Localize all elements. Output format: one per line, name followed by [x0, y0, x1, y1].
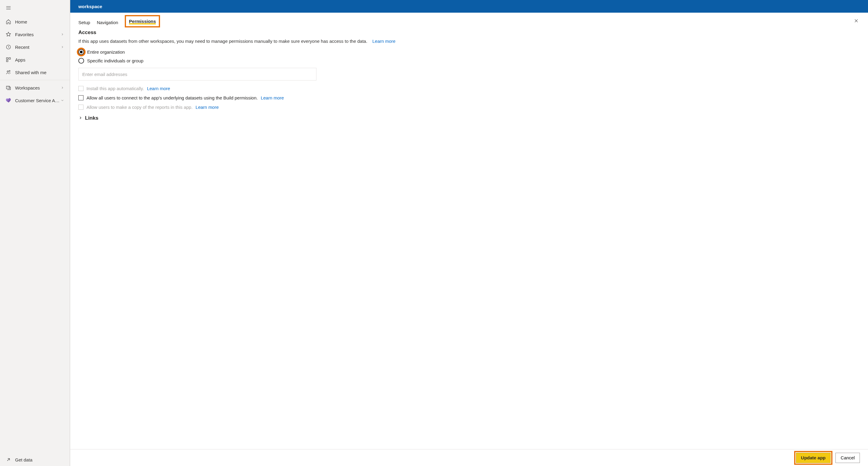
cancel-button[interactable]: Cancel	[835, 453, 860, 463]
sidebar-item-workspace-customer-service[interactable]: Customer Service A…	[0, 94, 70, 107]
svg-rect-3	[6, 60, 8, 62]
update-app-button[interactable]: Update app	[796, 453, 831, 463]
divider	[0, 80, 70, 80]
permissions-panel: Access If this app uses datasets from ot…	[70, 30, 868, 449]
access-title: Access	[79, 30, 860, 36]
sidebar-item-label: Home	[15, 19, 65, 24]
radio-dot-icon	[80, 51, 83, 53]
sidebar-item-favorites[interactable]: Favorites	[0, 28, 70, 41]
tab-navigation[interactable]: Navigation	[97, 16, 118, 27]
get-data-icon	[5, 457, 11, 463]
links-section-toggle[interactable]: Links	[79, 115, 860, 121]
build-learn-more-link[interactable]: Learn more	[261, 95, 284, 100]
checkbox-build-permission[interactable]	[79, 95, 84, 100]
checkbox-install-label: Install this app automatically.	[87, 86, 144, 91]
workspaces-icon	[5, 85, 11, 91]
sidebar-item-label: Favorites	[15, 32, 60, 37]
sidebar-item-label: Get data	[15, 457, 65, 462]
checkbox-install-automatically[interactable]	[79, 86, 84, 91]
star-icon	[5, 31, 11, 37]
tab-permissions[interactable]: Permissions	[125, 15, 160, 27]
apps-icon	[5, 57, 11, 63]
main: workspace Setup Navigation Permissions A…	[70, 0, 868, 466]
radio-entire-org[interactable]	[79, 49, 84, 55]
chevron-right-icon	[60, 32, 65, 37]
sidebar-item-apps[interactable]: Apps	[0, 53, 70, 66]
sidebar-nav-list: Home Favorites Recent	[0, 15, 70, 79]
access-description: If this app uses datasets from other wor…	[79, 39, 860, 44]
access-radio-group: Entire organization Specific individuals…	[79, 49, 860, 64]
email-addresses-input[interactable]	[79, 68, 316, 81]
sidebar-item-label: Recent	[15, 44, 60, 50]
clock-icon	[5, 44, 11, 50]
copy-learn-more-link[interactable]: Learn more	[195, 104, 219, 110]
access-learn-more-link[interactable]: Learn more	[373, 39, 396, 44]
heart-icon	[5, 97, 11, 103]
install-learn-more-link[interactable]: Learn more	[147, 86, 170, 91]
checkbox-build-label: Allow all users to connect to the app's …	[87, 95, 258, 100]
svg-point-4	[7, 71, 9, 72]
svg-point-5	[9, 70, 10, 72]
home-icon	[5, 19, 11, 25]
sidebar-item-recent[interactable]: Recent	[0, 41, 70, 53]
sidebar-item-workspaces[interactable]: Workspaces	[0, 82, 70, 94]
chevron-right-icon	[60, 85, 65, 90]
tab-setup[interactable]: Setup	[79, 16, 90, 27]
sidebar: Home Favorites Recent	[0, 0, 70, 466]
sidebar-item-label: Workspaces	[15, 85, 60, 90]
sidebar-item-get-data[interactable]: Get data	[0, 453, 70, 466]
footer: Update app Cancel	[70, 449, 868, 466]
tabs: Setup Navigation Permissions	[70, 13, 868, 30]
close-icon	[854, 19, 859, 24]
sidebar-item-label: Customer Service A…	[15, 98, 60, 103]
titlebar: workspace	[70, 0, 868, 13]
radio-specific[interactable]	[79, 58, 84, 64]
hamburger-icon	[6, 5, 11, 11]
checkbox-copy-label: Allow users to make a copy of the report…	[87, 104, 193, 110]
radio-specific-label: Specific individuals or group	[87, 58, 144, 63]
chevron-down-icon	[60, 98, 65, 103]
sidebar-item-home[interactable]: Home	[0, 15, 70, 28]
shared-icon	[5, 69, 11, 75]
close-button[interactable]	[852, 18, 860, 25]
checkbox-copy-reports[interactable]	[79, 104, 84, 110]
chevron-right-icon	[79, 116, 83, 121]
sidebar-item-shared[interactable]: Shared with me	[0, 66, 70, 79]
chevron-right-icon	[60, 44, 65, 50]
svg-rect-2	[9, 58, 10, 59]
page-title: workspace	[79, 4, 102, 9]
links-title: Links	[85, 115, 98, 121]
update-app-highlight: Update app	[794, 451, 833, 465]
svg-rect-1	[6, 58, 8, 59]
sidebar-item-label: Shared with me	[15, 70, 65, 75]
svg-rect-6	[6, 86, 10, 89]
hamburger-menu-button[interactable]	[4, 4, 13, 12]
sidebar-item-label: Apps	[15, 57, 65, 62]
radio-entire-org-label: Entire organization	[87, 50, 125, 55]
